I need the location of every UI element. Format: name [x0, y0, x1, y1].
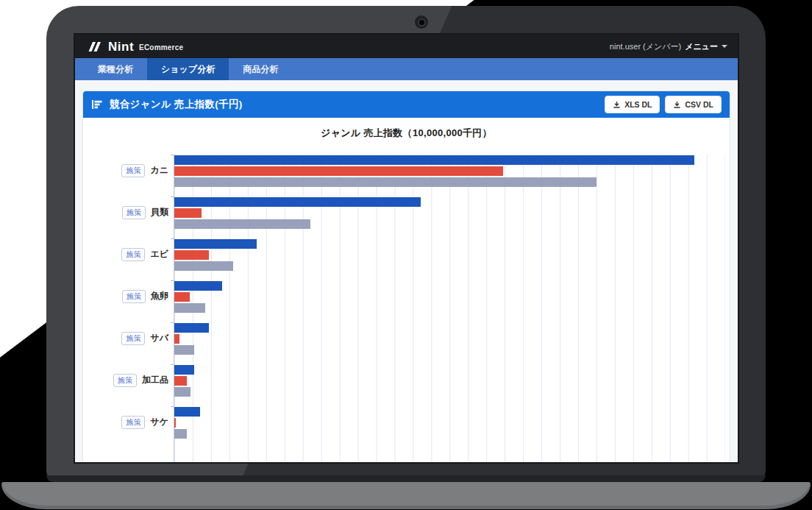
nint-logo-icon: [85, 40, 103, 53]
menu-label: メニュー: [685, 41, 718, 52]
webcam-dot: [419, 20, 424, 25]
panel-body: ジャンル 売上指数（10,000,000千円） 施策 カニ 施策 貝類 施策 エ…: [83, 118, 730, 462]
app-nav: 業種分析 ショップ分析 商品分析: [75, 58, 738, 80]
bar-red-1: [174, 208, 202, 218]
csv-download-label: CSV DL: [685, 100, 713, 109]
row-bars: [174, 197, 725, 229]
bar-gray-1: [174, 219, 310, 229]
lid-seam: [46, 475, 766, 482]
bar-gray-6: [174, 429, 187, 439]
chart-row: 施策 サバ: [83, 322, 730, 364]
bar-gray-5: [174, 387, 190, 397]
laptop-screen: Nint ECommerce nint.user (メンバー) メニュー 業種分…: [74, 33, 739, 464]
chart-row: 施策 サケ: [83, 406, 730, 448]
laptop-lid: Nint ECommerce nint.user (メンバー) メニュー 業種分…: [46, 6, 766, 482]
app-header: Nint ECommerce nint.user (メンバー) メニュー: [75, 35, 738, 58]
bar-blue-2: [174, 239, 257, 249]
bar-gray-4: [174, 345, 194, 355]
bar-gray-0: [174, 177, 596, 187]
bar-blue-6: [174, 407, 200, 417]
bar-red-2: [174, 250, 209, 260]
row-bars: [174, 407, 725, 439]
bar-red-3: [174, 292, 190, 302]
bar-red-4: [174, 334, 179, 344]
shisaku-action-button[interactable]: 施策: [121, 332, 145, 345]
row-bars: [174, 323, 725, 355]
tab-shop-analysis[interactable]: ショップ分析: [147, 58, 229, 80]
bar-blue-3: [174, 281, 222, 291]
chart-row: 施策 カニ: [83, 155, 730, 196]
row-category-label: エビ: [150, 248, 168, 261]
bar-red-6: [174, 418, 176, 428]
chart-row: 施策 魚卵: [83, 280, 730, 322]
shisaku-action-button[interactable]: 施策: [121, 416, 145, 429]
chart-rows: 施策 カニ 施策 貝類 施策 エビ 施策 魚卵 施策 サバ: [83, 155, 730, 448]
bar-blue-1: [174, 197, 421, 207]
caret-down-icon: [722, 45, 727, 48]
logo-text: Nint: [108, 40, 134, 53]
bar-gray-2: [174, 261, 233, 271]
shisaku-action-button[interactable]: 施策: [122, 206, 146, 219]
row-bars: [174, 365, 725, 397]
shisaku-action-button[interactable]: 施策: [113, 374, 137, 387]
row-category-label: カニ: [150, 164, 168, 177]
panel-header: 競合ジャンル 売上指数(千円) XLS DL: [83, 91, 730, 118]
chart-row: 施策 貝類: [83, 196, 730, 238]
row-category-label: サバ: [150, 332, 168, 344]
genre-sales-chart: 施策 カニ 施策 貝類 施策 エビ 施策 魚卵 施策 サバ: [83, 155, 730, 462]
logo-suffix: ECommerce: [139, 44, 183, 53]
download-icon: [673, 101, 681, 109]
laptop-base: [1, 482, 811, 509]
bar-blue-5: [174, 365, 194, 375]
row-category-label: 魚卵: [151, 290, 168, 302]
tab-industry-analysis[interactable]: 業種分析: [84, 58, 147, 80]
bar-blue-4: [174, 323, 209, 333]
chart-row: 施策 エビ: [83, 238, 730, 280]
chart-title: ジャンル 売上指数（10,000,000千円）: [83, 127, 730, 140]
tab-product-analysis[interactable]: 商品分析: [229, 58, 292, 80]
bar-gray-3: [174, 303, 205, 313]
user-menu[interactable]: nint.user (メンバー) メニュー: [610, 41, 727, 52]
row-category-label: サケ: [150, 416, 168, 428]
row-category-label: 加工品: [142, 374, 168, 386]
shisaku-action-button[interactable]: 施策: [122, 290, 146, 303]
row-bars: [174, 281, 725, 313]
xls-download-button[interactable]: XLS DL: [605, 96, 660, 113]
page-background: Nint ECommerce nint.user (メンバー) メニュー 業種分…: [0, 0, 812, 510]
chart-row: 施策 加工品: [83, 364, 730, 406]
user-name: nint.user (メンバー): [610, 41, 681, 52]
bar-red-0: [174, 166, 503, 176]
bar-blue-0: [174, 155, 694, 165]
app-logo: Nint ECommerce: [85, 40, 183, 53]
app-content: 競合ジャンル 売上指数(千円) XLS DL: [75, 80, 738, 462]
webcam: [415, 15, 428, 29]
shisaku-action-button[interactable]: 施策: [121, 248, 145, 261]
bar-red-5: [174, 376, 187, 386]
row-bars: [174, 239, 725, 271]
sales-index-panel: 競合ジャンル 売上指数(千円) XLS DL: [82, 91, 730, 462]
download-icon: [613, 101, 621, 109]
bar-chart-icon: [91, 99, 103, 110]
panel-title: 競合ジャンル 売上指数(千円): [110, 98, 243, 111]
row-bars: [174, 155, 725, 187]
shisaku-action-button[interactable]: 施策: [121, 164, 145, 177]
xls-download-label: XLS DL: [624, 100, 652, 109]
csv-download-button[interactable]: CSV DL: [665, 96, 722, 113]
row-category-label: 貝類: [151, 206, 168, 219]
